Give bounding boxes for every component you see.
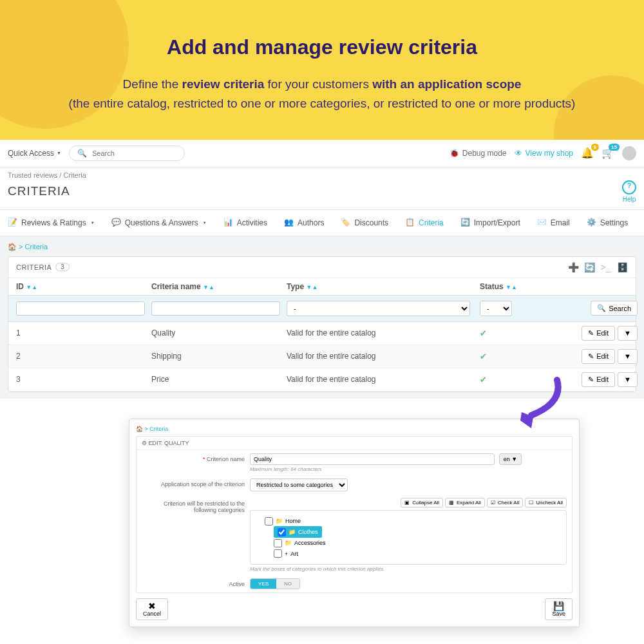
nav-activities[interactable]: 📊Activities [223,218,267,228]
count-badge: 3 [55,263,70,271]
hero-banner: Add and manage review criteria Define th… [0,0,644,140]
breadcrumb: Trusted reviews / Criteria [0,167,644,180]
nav-email[interactable]: ✉️Email [537,218,570,228]
language-selector[interactable]: en ▼ [499,453,522,465]
edit-dialog: 🏠 > Criteria ⚙ EDIT: QUALITY * Criterion… [129,419,580,627]
col-type[interactable]: Type ▼▲ [287,282,480,291]
breadcrumb-root[interactable]: Trusted reviews [8,171,57,179]
filter-status[interactable]: - [480,301,512,316]
nav-qa[interactable]: 💬Questions & Answers [111,218,207,228]
mini-breadcrumb: 🏠 > Criteria [8,243,636,251]
col-name[interactable]: Criteria name ▼▲ [151,282,287,291]
panel-header: CRITERIA 3 ➕ 🔄 >_ 🗄️ [8,257,636,278]
filter-id[interactable] [16,301,145,316]
edit-button[interactable]: ✎ Edit [582,326,615,341]
user-avatar[interactable] [622,146,636,160]
active-toggle[interactable]: YESNO [250,578,300,589]
criterion-name-input[interactable] [250,453,495,465]
filter-name[interactable] [151,301,280,316]
nav-settings[interactable]: ⚙️Settings [587,218,628,228]
page-header: CRITERIA Help [0,180,644,210]
check-icon: ✔ [480,352,580,361]
table-row[interactable]: 1 Quality Valid for the entire catalog ✔… [8,322,636,345]
search-field[interactable]: 🔍 [69,146,185,161]
check-icon: ✔ [480,328,580,338]
col-id[interactable]: ID ▼▲ [16,282,151,291]
sql-button[interactable]: >_ [601,262,612,272]
scope-select[interactable]: Restricted to some categories [250,478,348,491]
active-label: Active [142,578,245,587]
nav-criteria[interactable]: 📋Criteria [405,218,444,228]
tree-item-art[interactable]: + Art [274,549,561,559]
page-title: CRITERIA [8,184,70,198]
category-tree: 📁 Home 📁 Clothes 📁 Accessories + Art [250,510,567,565]
row-menu[interactable]: ▼ [618,349,638,364]
dialog-title: ⚙ EDIT: QUALITY [137,437,572,450]
dialog-breadcrumb: 🏠 > Criteria [136,426,573,432]
eye-icon: 👁 [515,149,522,158]
nav-authors[interactable]: 👥Authors [284,218,324,228]
hero-title: Add and manage review criteria [19,35,625,59]
expand-all-button[interactable]: ▦ Expand All [445,498,485,507]
nav-reviews[interactable]: 📝Reviews & Ratings [8,218,95,228]
debug-mode-link[interactable]: 🐞 Debug mode [450,149,507,158]
nav-discounts[interactable]: 🏷️Discounts [341,218,388,228]
row-menu[interactable]: ▼ [618,372,638,387]
check-all-button[interactable]: ☑ Check All [487,498,523,507]
save-button[interactable]: 💾Save [545,598,573,620]
view-shop-link[interactable]: 👁 View my shop [515,149,573,158]
add-button[interactable]: ➕ [568,262,580,272]
hero-subtitle: Define the review criteria for your cust… [45,75,599,114]
search-input[interactable] [92,149,176,157]
help-button[interactable]: Help [622,180,636,203]
search-button[interactable]: 🔍 Search [591,301,638,316]
bug-icon: 🐞 [450,149,459,158]
cancel-button[interactable]: ✖Cancel [136,598,168,620]
search-icon: 🔍 [77,149,87,158]
db-button[interactable]: 🗄️ [617,262,629,272]
edit-button[interactable]: ✎ Edit [582,349,615,364]
col-status[interactable]: Status ▼▲ [480,282,580,291]
row-menu[interactable]: ▼ [618,326,638,341]
nav-import[interactable]: 🔄Import/Export [460,218,520,228]
refresh-button[interactable]: 🔄 [584,262,596,272]
tree-item-clothes[interactable]: 📁 Clothes [274,526,561,538]
notifications-icon[interactable]: 🔔9 [581,147,594,159]
scope-label: Application scope of the criterion [142,478,245,488]
edit-button[interactable]: ✎ Edit [582,372,615,387]
content-area: 🏠 > Criteria CRITERIA 3 ➕ 🔄 >_ 🗄️ ID ▼▲ … [0,236,644,399]
home-icon[interactable]: 🏠 [136,426,143,432]
module-nav: 📝Reviews & Ratings 💬Questions & Answers … [0,210,644,236]
collapse-all-button[interactable]: ▣ Collapse All [401,498,443,507]
table-row[interactable]: 2 Shipping Valid for the entire catalog … [8,345,636,368]
criterion-name-label: * Criterion name [142,453,245,462]
data-grid: ID ▼▲ Criteria name ▼▲ Type ▼▲ Status ▼▲… [8,278,636,392]
categories-label: Criterion will be restricted to the foll… [142,498,245,513]
criteria-panel: CRITERIA 3 ➕ 🔄 >_ 🗄️ ID ▼▲ Criteria name… [8,256,636,392]
cart-icon[interactable]: 🛒15 [601,147,614,159]
uncheck-all-button[interactable]: ☐ Uncheck All [525,498,567,507]
arrow-annotation [515,377,567,435]
quick-access-menu[interactable]: Quick Access [8,149,61,158]
tree-item-accessories[interactable]: 📁 Accessories [274,538,561,548]
tree-item-home[interactable]: 📁 Home [265,516,561,526]
filter-type[interactable]: - [287,301,470,316]
home-icon[interactable]: 🏠 [8,243,17,251]
topbar: Quick Access 🔍 🐞 Debug mode 👁 View my sh… [0,140,644,167]
